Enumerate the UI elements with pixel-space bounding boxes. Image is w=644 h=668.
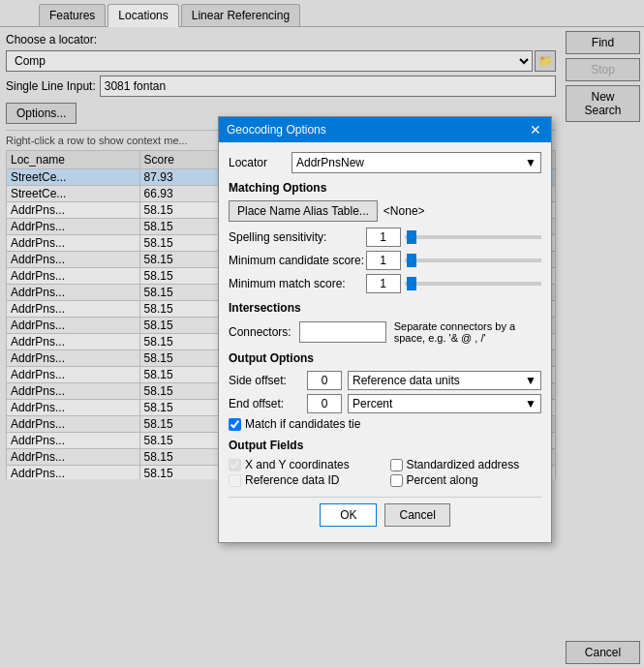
side-offset-row: Side offset: Reference data units ▼ xyxy=(229,371,541,390)
dialog-close-button[interactable]: ✕ xyxy=(528,122,543,137)
fields-grid: X and Y coordinates Standardized address… xyxy=(229,458,541,487)
geocoding-options-dialog: Geocoding Options ✕ Locator AddrPnsNew ▼… xyxy=(218,116,552,543)
dialog-cancel-button[interactable]: Cancel xyxy=(384,503,449,527)
side-offset-label: Side offset: xyxy=(229,374,301,387)
field-pct-along-checkbox[interactable] xyxy=(390,474,403,487)
side-offset-unit-combo[interactable]: Reference data units ▼ xyxy=(348,371,541,390)
none-text: <None> xyxy=(383,204,425,218)
match-candidates-checkbox[interactable] xyxy=(229,418,241,431)
intersections-header: Intersections xyxy=(229,301,541,315)
end-offset-input[interactable] xyxy=(307,394,342,413)
output-options-header: Output Options xyxy=(229,351,541,365)
field-ref-id-checkbox[interactable] xyxy=(229,474,241,487)
field-ref-id-label: Reference data ID xyxy=(245,473,339,487)
min-match-label: Minimum match score: xyxy=(229,277,366,290)
output-fields-section: Output Fields X and Y coordinates Standa… xyxy=(229,439,541,487)
intersections-section: Intersections Connectors: Separate conne… xyxy=(229,301,541,344)
dropdown-arrow-icon: ▼ xyxy=(525,156,537,169)
connectors-row: Connectors: Separate connectors by a spa… xyxy=(229,320,541,344)
field-std-addr-checkbox[interactable] xyxy=(390,459,403,471)
dialog-title-bar: Geocoding Options ✕ xyxy=(219,117,551,142)
field-ref-id-item: Reference data ID xyxy=(229,473,381,487)
spelling-slider-thumb xyxy=(407,230,416,244)
field-pct-along-label: Percent along xyxy=(407,473,478,487)
dialog-body: Locator AddrPnsNew ▼ Matching Options Pl… xyxy=(219,142,551,542)
side-offset-dropdown-icon: ▼ xyxy=(525,374,537,387)
connectors-input[interactable] xyxy=(299,321,386,343)
dialog-title-text: Geocoding Options xyxy=(227,123,326,137)
field-xy-label: X and Y coordinates xyxy=(245,458,350,471)
dialog-locator-row: Locator AddrPnsNew ▼ xyxy=(229,152,541,173)
output-options-section: Output Options Side offset: Reference da… xyxy=(229,351,541,431)
spelling-slider-track[interactable] xyxy=(405,235,542,239)
spelling-label: Spelling sensitivity: xyxy=(229,230,366,244)
dialog-locator-value: AddrPnsNew xyxy=(296,156,364,169)
output-fields-header: Output Fields xyxy=(229,439,541,452)
min-candidate-label: Minimum candidate score: xyxy=(229,254,366,267)
dialog-locator-combo[interactable]: AddrPnsNew ▼ xyxy=(291,152,541,173)
end-offset-unit-text: Percent xyxy=(353,397,392,410)
connectors-label: Connectors: xyxy=(229,325,291,339)
end-offset-dropdown-icon: ▼ xyxy=(525,397,537,410)
spelling-input[interactable] xyxy=(366,228,401,247)
side-offset-unit-text: Reference data units xyxy=(353,374,460,387)
matching-options-section: Matching Options Place Name Alias Table.… xyxy=(229,181,541,293)
ok-button[interactable]: OK xyxy=(320,503,377,527)
field-std-addr-item: Standardized address xyxy=(390,458,542,471)
min-candidate-slider-thumb xyxy=(407,254,416,267)
min-candidate-row: Minimum candidate score: xyxy=(229,251,541,270)
matching-options-header: Matching Options xyxy=(229,181,541,195)
min-candidate-slider-track[interactable] xyxy=(405,258,542,262)
min-match-row: Minimum match score: xyxy=(229,274,541,293)
place-name-row: Place Name Alias Table... <None> xyxy=(229,200,541,222)
min-match-slider-track[interactable] xyxy=(405,282,542,286)
field-std-addr-label: Standardized address xyxy=(407,458,520,471)
field-xy-checkbox[interactable] xyxy=(229,459,241,471)
connectors-hint: Separate connectors by a space, e.g. '& … xyxy=(394,320,541,344)
field-xy-item: X and Y coordinates xyxy=(229,458,381,471)
end-offset-label: End offset: xyxy=(229,397,301,410)
dialog-footer: OK Cancel xyxy=(229,497,541,532)
match-candidates-label: Match if candidates tie xyxy=(245,417,360,431)
end-offset-unit-combo[interactable]: Percent ▼ xyxy=(348,394,541,413)
side-offset-input[interactable] xyxy=(307,371,342,390)
min-match-slider-thumb xyxy=(407,277,416,290)
dialog-locator-label: Locator xyxy=(229,156,291,169)
min-match-input[interactable] xyxy=(366,274,401,293)
place-name-alias-button[interactable]: Place Name Alias Table... xyxy=(229,200,378,222)
match-candidates-row: Match if candidates tie xyxy=(229,417,541,431)
end-offset-row: End offset: Percent ▼ xyxy=(229,394,541,413)
main-window: Features Locations Linear Referencing Ch… xyxy=(0,0,644,668)
min-candidate-input[interactable] xyxy=(366,251,401,270)
field-pct-along-item: Percent along xyxy=(390,473,542,487)
spelling-row: Spelling sensitivity: xyxy=(229,228,541,247)
